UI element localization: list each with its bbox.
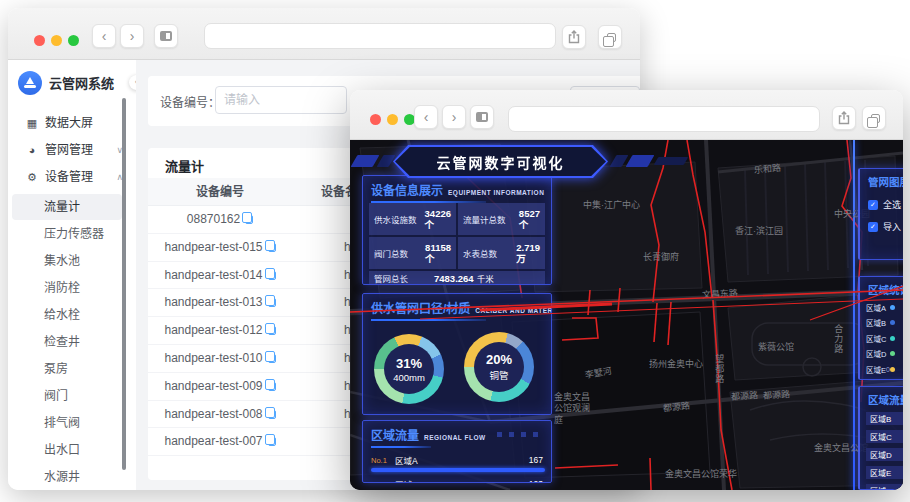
donut-percent: 31% bbox=[396, 356, 422, 371]
map-label: 中集·江广中心 bbox=[583, 200, 640, 211]
sidebar-submenu: 流量计压力传感器集水池消防栓给水栓检查井泵房阀门排气阀出水口水源井 bbox=[8, 194, 136, 490]
tabs-button[interactable] bbox=[862, 106, 886, 130]
share-icon bbox=[568, 30, 580, 44]
layer-option-label: 导入 bbox=[883, 220, 901, 233]
dashboard: 中集·江广中心乐和路香江·滨江园长青御府中央公园文昌东路紫薇公馆扬州金奥中心李墅… bbox=[350, 140, 903, 490]
stat-value: 2.719 万 bbox=[516, 242, 540, 265]
forward-button[interactable]: › bbox=[442, 105, 466, 129]
legend-dot bbox=[890, 336, 895, 341]
checkbox-checked-icon[interactable]: ✓ bbox=[868, 222, 878, 232]
flow-value: 167 bbox=[529, 455, 543, 465]
legend-item: 区域B bbox=[866, 317, 903, 328]
legend-item: 区域A bbox=[866, 302, 903, 313]
layer-options: ✓全选✓导入 bbox=[860, 198, 903, 233]
sidebar-subitem[interactable]: 检查井 bbox=[12, 329, 122, 355]
map-label: 都源路 bbox=[662, 401, 690, 415]
legend-item: 区域C bbox=[866, 333, 903, 344]
stat-label: 管网总长 bbox=[374, 272, 408, 284]
stat-cell: 流量计总数8527 个 bbox=[458, 203, 545, 235]
dashboard-icon: ▦ bbox=[26, 110, 38, 137]
sidebar-subitem[interactable]: 集水池 bbox=[12, 248, 122, 274]
copy-icon[interactable] bbox=[268, 298, 276, 307]
desktop: ‹ › 云管网系统 ‹ ▦ 数据大屏 bbox=[0, 0, 910, 502]
close-button[interactable] bbox=[34, 35, 45, 46]
copy-icon[interactable] bbox=[268, 382, 276, 391]
stat-label: 阀门总数 bbox=[374, 247, 425, 259]
share-button[interactable] bbox=[832, 106, 856, 130]
sidebar-subitem[interactable]: 水源井 bbox=[12, 464, 122, 490]
tabs-icon bbox=[871, 114, 880, 123]
checkbox-checked-icon[interactable]: ✓ bbox=[868, 200, 878, 210]
back-button[interactable]: ‹ bbox=[92, 24, 116, 48]
sidebar-subitem[interactable]: 泵房 bbox=[12, 356, 122, 382]
copy-icon[interactable] bbox=[268, 243, 276, 252]
minimize-button[interactable] bbox=[51, 35, 62, 46]
sidebar-subitem[interactable]: 流量计 bbox=[12, 194, 122, 220]
device-id-cell: handpear-test-009 bbox=[148, 373, 292, 401]
copy-icon[interactable] bbox=[268, 437, 276, 446]
minimize-button[interactable] bbox=[387, 114, 398, 125]
tab-overview-button[interactable] bbox=[470, 105, 494, 129]
device-id-cell: handpear-test-007 bbox=[148, 428, 292, 456]
back-button[interactable]: ‹ bbox=[414, 105, 438, 129]
caliber-donut-chart: 31% 400mm bbox=[374, 334, 444, 404]
front-browser-window: ‹ › bbox=[350, 90, 903, 490]
zoom-button[interactable] bbox=[68, 35, 79, 46]
layer-option[interactable]: ✓全选 bbox=[868, 198, 903, 211]
sidebar-item-data-screen[interactable]: ▦ 数据大屏 bbox=[8, 110, 136, 137]
traffic-lights bbox=[370, 114, 415, 125]
copy-icon[interactable] bbox=[268, 326, 276, 335]
sidebar-subitem[interactable]: 阀门 bbox=[12, 383, 122, 409]
copy-icon[interactable] bbox=[268, 354, 276, 363]
share-button[interactable] bbox=[562, 25, 586, 49]
sidebar-subitem[interactable]: 给水栓 bbox=[12, 302, 122, 328]
flow-region-label: 区域A bbox=[395, 454, 529, 466]
url-bar[interactable] bbox=[204, 23, 556, 49]
sidebar-subitem[interactable]: 消防栓 bbox=[12, 275, 122, 301]
legend-label: 区域D bbox=[866, 348, 886, 359]
sidebar-item-pipe-mgmt[interactable]: ◕ 管网管理 ∨ bbox=[8, 137, 136, 164]
traffic-lights bbox=[34, 35, 79, 46]
layer-option[interactable]: ✓导入 bbox=[868, 220, 903, 233]
url-bar[interactable] bbox=[508, 106, 820, 132]
table-title: 流量计 bbox=[165, 156, 204, 175]
caliber-material-panel: 供水管网口径/材质 CALIBER AND MATERIAL 31% 400mm… bbox=[362, 293, 552, 415]
tab-overview-icon bbox=[160, 31, 172, 41]
legend-dot bbox=[890, 320, 895, 325]
close-button[interactable] bbox=[370, 114, 381, 125]
equipment-stats: 供水设施数34226 个流量计总数8527 个阀门总数81158 个水表总数2.… bbox=[369, 203, 545, 285]
copy-icon[interactable] bbox=[268, 410, 276, 419]
flow-region-label: 区域C bbox=[395, 478, 529, 483]
stat-value: 7483.264 bbox=[434, 273, 474, 284]
region-flow-list-panel: 区域流量 区域B区域C区域D区域E区域A bbox=[858, 386, 903, 490]
sidebar-item-device-mgmt[interactable]: ⚙ 设备管理 ∧ bbox=[8, 164, 136, 191]
back-browser-chrome: ‹ › bbox=[8, 8, 640, 60]
device-id-filter-input[interactable] bbox=[215, 86, 347, 114]
region-flow-row: 区域A bbox=[866, 484, 903, 490]
share-icon bbox=[838, 111, 850, 125]
copy-icon[interactable] bbox=[268, 271, 276, 280]
forward-button[interactable]: › bbox=[120, 24, 144, 48]
sidebar-subitem[interactable]: 排气阀 bbox=[12, 410, 122, 436]
dash-decoration bbox=[497, 432, 543, 437]
sidebar-subitem[interactable]: 出水口 bbox=[12, 437, 122, 463]
device-id-cell: handpear-test-014 bbox=[148, 262, 292, 290]
stat-cell: 阀门总数81158 个 bbox=[369, 237, 456, 269]
copy-icon[interactable] bbox=[245, 215, 253, 224]
title-underline bbox=[371, 319, 486, 321]
tabs-button[interactable] bbox=[598, 25, 622, 49]
device-id-cell: handpear-test-012 bbox=[148, 317, 292, 345]
sidebar-menu: ▦ 数据大屏 ◕ 管网管理 ∨ ⚙ 设备管理 ∧ 流量计压力传感器集水池消防栓给… bbox=[8, 110, 136, 490]
sidebar-subitem[interactable]: 压力传感器 bbox=[12, 221, 122, 247]
panel-title-cn: 设备信息展示 bbox=[371, 181, 443, 198]
legend-dot bbox=[890, 351, 895, 356]
sidebar-scrollbar[interactable] bbox=[122, 98, 126, 470]
logo-row: 云管网系统 bbox=[8, 60, 136, 98]
legend-dot bbox=[890, 367, 895, 372]
tab-overview-button[interactable] bbox=[154, 24, 178, 48]
map-label: 金奥文昌公馆观澜庭 bbox=[554, 392, 598, 426]
header-decoration bbox=[654, 157, 689, 165]
device-id-cell: handpear-test-015 bbox=[148, 234, 292, 262]
map-label: 紫薇公馆 bbox=[758, 342, 794, 353]
panel-title-en: EQUIPMENT INFORMATION bbox=[448, 189, 544, 196]
